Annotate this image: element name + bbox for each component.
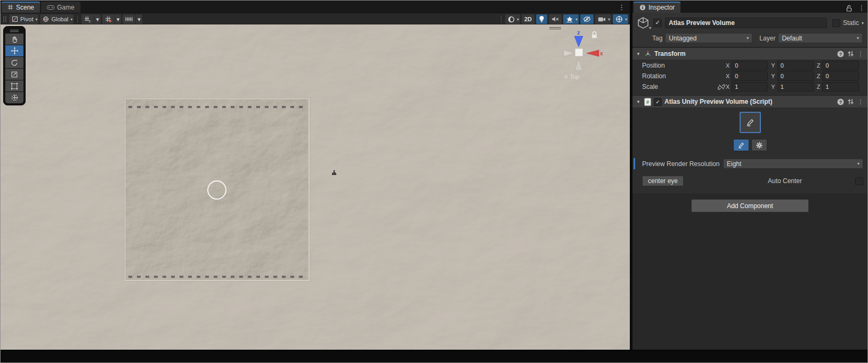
main-area: Scene Game ⋮ Pivot ▾ Global ▾ Y [1,1,867,350]
snap-increment-dropdown[interactable]: ▾ [135,14,142,24]
inspector-menu-icon[interactable]: ⋮ [856,4,867,12]
gameobject-cube-icon[interactable]: ▾ [636,16,650,30]
position-z-input[interactable] [822,61,859,70]
snap-increment-button[interactable] [123,14,135,24]
scene-lighting-button[interactable] [536,14,547,24]
gizmo-bottom-cone[interactable] [575,59,582,70]
tab-game[interactable]: Game [41,2,80,13]
grid-snap-dropdown[interactable]: ▾ [115,14,121,24]
constrain-proportions-icon[interactable] [718,84,725,90]
tab-scene[interactable]: Scene [2,2,40,13]
static-checkbox[interactable] [832,19,840,27]
script-component-header[interactable]: ▼ # ✓ Atlas Unity Preview Volume (Script… [632,95,867,108]
scene-panel: Scene Game ⋮ Pivot ▾ Global ▾ Y [1,1,632,350]
axis-y-label: Y [771,62,775,69]
preview-render-resolution-dropdown[interactable]: Eight ▾ [723,159,863,169]
tab-inspector[interactable]: Inspector [634,2,680,13]
transform-menu-icon[interactable]: ⋮ [856,51,865,57]
tools-overlay-handle[interactable] [5,28,23,33]
draw-mode-button[interactable]: ▾ [505,14,520,24]
add-component-button[interactable]: Add Component [691,199,809,212]
gameobject-name-input[interactable] [665,18,827,28]
2d-mode-button[interactable]: 2D [522,14,534,24]
center-eye-button[interactable]: center eye [642,176,684,186]
unlock-icon[interactable] [843,5,855,12]
scene-toolbar-right: ▾ 2D ▾ ▾ [499,14,628,24]
global-button[interactable]: Global ▾ [40,14,74,24]
center-eye-row: center eye Auto Center [632,175,867,187]
script-header-controls: ? ⋮ [836,98,865,105]
rotate-tool-button[interactable] [5,57,23,68]
grid-axis-icon: Y [84,16,91,23]
move-tool-icon [11,47,19,55]
presets-icon[interactable] [846,98,855,105]
toolbar-grip[interactable] [3,16,6,22]
presets-icon[interactable] [846,51,855,57]
layer-dropdown[interactable]: Default ▾ [778,33,863,43]
auto-center-checkbox[interactable] [855,177,863,185]
gizmo-x-cone[interactable] [587,50,599,56]
auto-center-label: Auto Center [768,177,802,185]
camera-settings-button[interactable]: ▾ [595,14,611,24]
pivot-button[interactable]: Pivot ▾ [9,14,38,24]
view-orientation-label[interactable]: ≡ Top [564,73,579,80]
effects-button[interactable]: ▾ [563,14,579,24]
scene-visibility-button[interactable] [580,14,594,24]
help-icon[interactable]: ? [836,98,845,105]
scale-tool-button[interactable] [5,69,23,80]
grid-snap-button[interactable] [102,14,115,24]
heightmap-artifact-strip [128,106,306,108]
audio-mute-button[interactable] [549,14,562,24]
chevron-down-icon: ▾ [575,17,578,22]
grid-visibility-button[interactable]: Y [82,14,94,24]
gameobject-active-checkbox[interactable]: ✓ [653,19,662,27]
rotation-y-input[interactable] [777,71,814,81]
tag-value: Untagged [669,35,696,42]
scale-y-input[interactable] [777,82,814,92]
tag-label: Tag [652,35,662,42]
position-x-input[interactable] [732,61,768,70]
rotation-z-input[interactable] [822,71,859,81]
hand-tool-button[interactable] [5,34,23,45]
chevron-down-icon: ▾ [625,17,627,22]
foldout-icon[interactable]: ▼ [635,52,642,56]
scale-z-input[interactable] [822,82,859,92]
rotation-x-input[interactable] [732,71,768,81]
rotation-label: Rotation [642,72,717,80]
view-name: Top [570,73,579,80]
position-y-input[interactable] [777,61,814,70]
settings-mode-button[interactable] [751,139,767,151]
chevron-down-icon: ▾ [853,161,859,166]
foldout-icon[interactable]: ▼ [635,100,642,104]
transform-header-controls: ? ⋮ [836,51,865,57]
script-enabled-checkbox[interactable]: ✓ [654,98,662,106]
transform-header[interactable]: ▼ Transform ? ⋮ [632,47,867,60]
scene-viewport[interactable]: z x ≡ Top [1,24,630,350]
script-menu-icon[interactable]: ⋮ [856,98,865,105]
rect-tool-button[interactable] [5,80,23,92]
unity-editor-window: Scene Game ⋮ Pivot ▾ Global ▾ Y [0,0,868,363]
scene-tabbar: Scene Game ⋮ [1,1,630,13]
2d-label: 2D [524,16,532,22]
svg-text:?: ? [839,51,841,56]
tag-dropdown[interactable]: Untagged ▾ [665,33,752,43]
grid-visibility-dropdown[interactable]: ▾ [94,14,101,24]
edit-mode-button-large[interactable] [740,112,761,133]
effects-icon [566,16,573,23]
move-tool-button[interactable] [5,45,23,56]
gizmo-center-cube[interactable] [575,48,583,56]
help-icon[interactable]: ? [836,51,845,57]
gizmo-side-cone[interactable] [564,50,574,56]
preview-render-resolution-value: Eight [727,160,741,168]
static-dropdown-icon[interactable]: ▾ [862,21,864,26]
view-lock-icon[interactable] [591,31,598,39]
scale-x-input[interactable] [732,82,768,92]
gizmos-button[interactable]: ▾ [613,14,628,24]
inspector-tab-controls: ⋮ [843,4,867,13]
gizmo-z-cone[interactable] [574,36,583,47]
paint-mode-button[interactable] [733,139,749,151]
rotate-tool-icon [11,59,18,67]
scene-toolbar: Pivot ▾ Global ▾ Y ▾ ▾ ▾ [1,13,630,26]
transform-tool-button[interactable] [5,92,23,103]
scene-tab-menu-icon[interactable]: ⋮ [613,3,630,13]
